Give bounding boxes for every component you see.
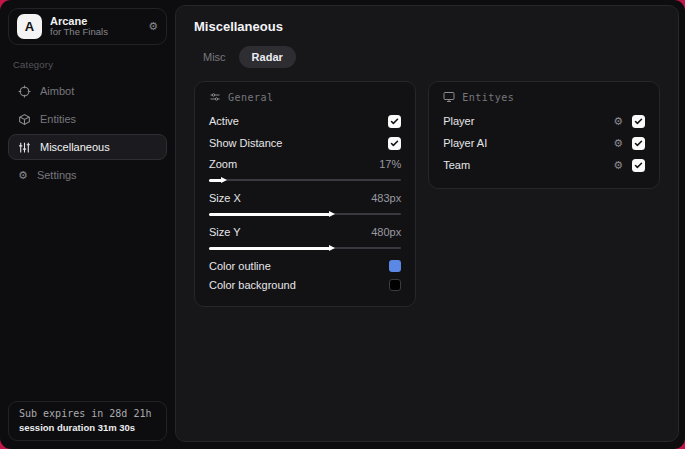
gear-icon[interactable]: ⚙ bbox=[613, 138, 623, 149]
entity-row-player: Player ⚙ bbox=[443, 110, 645, 132]
entity-row-player-ai: Player AI ⚙ bbox=[443, 132, 645, 154]
color-label: Color outline bbox=[209, 260, 271, 272]
color-background-swatch[interactable] bbox=[389, 279, 401, 291]
slider-thumb[interactable] bbox=[329, 211, 335, 217]
slider-label: Size Y bbox=[209, 226, 241, 238]
sidebar-item-label: Miscellaneous bbox=[40, 141, 110, 153]
size-x-slider[interactable] bbox=[209, 209, 401, 219]
sidebar-item-entities[interactable]: Entities bbox=[8, 106, 167, 132]
color-row-outline: Color outline bbox=[209, 256, 401, 275]
monitor-icon bbox=[443, 91, 455, 103]
entity-label: Player AI bbox=[443, 137, 487, 149]
crosshair-icon bbox=[18, 85, 31, 98]
tab-misc[interactable]: Misc bbox=[194, 46, 235, 68]
slider-group-size-y: Size Y 480px bbox=[209, 222, 401, 253]
sidebar-item-label: Aimbot bbox=[40, 85, 74, 97]
slider-thumb[interactable] bbox=[329, 245, 335, 251]
toggle-label: Show Distance bbox=[209, 137, 282, 149]
sidebar-item-label: Entities bbox=[40, 113, 76, 125]
gear-icon[interactable]: ⚙ bbox=[613, 160, 623, 171]
tab-radar[interactable]: Radar bbox=[239, 46, 296, 68]
entity-label: Player bbox=[443, 115, 474, 127]
entity-row-team: Team ⚙ bbox=[443, 154, 645, 176]
category-label: Category bbox=[13, 59, 167, 70]
size-y-slider[interactable] bbox=[209, 243, 401, 253]
toggle-row-active: Active bbox=[209, 110, 401, 132]
sidebar-item-settings[interactable]: ⚙ Settings bbox=[8, 162, 167, 188]
sidebar-item-aimbot[interactable]: Aimbot bbox=[8, 78, 167, 104]
sub-expiry-text: Sub expires in 28d 21h bbox=[19, 408, 156, 419]
slider-value: 483px bbox=[371, 192, 401, 204]
brand-subtitle: for The Finals bbox=[50, 27, 140, 38]
color-outline-swatch[interactable] bbox=[389, 260, 401, 272]
entities-header-label: Entityes bbox=[462, 92, 514, 103]
sliders-horizontal-icon bbox=[209, 91, 221, 103]
toggle-row-show-distance: Show Distance bbox=[209, 132, 401, 154]
color-label: Color background bbox=[209, 279, 296, 291]
color-row-background: Color background bbox=[209, 275, 401, 294]
slider-label: Size X bbox=[209, 192, 241, 204]
tab-bar: Misc Radar bbox=[194, 46, 660, 68]
entity-label: Team bbox=[443, 159, 470, 171]
brand-logo: A bbox=[17, 14, 42, 39]
slider-value: 480px bbox=[371, 226, 401, 238]
gear-icon: ⚙ bbox=[18, 170, 28, 181]
main-panel: Miscellaneous Misc Radar General bbox=[175, 5, 679, 442]
zoom-slider[interactable] bbox=[209, 175, 401, 185]
gear-icon[interactable]: ⚙ bbox=[613, 116, 623, 127]
slider-value: 17% bbox=[379, 158, 401, 170]
slider-thumb[interactable] bbox=[221, 177, 227, 183]
page-title: Miscellaneous bbox=[194, 19, 660, 34]
general-header-label: General bbox=[228, 92, 274, 103]
slider-group-size-x: Size X 483px bbox=[209, 188, 401, 219]
active-checkbox[interactable] bbox=[388, 115, 401, 128]
entities-card: Entityes Player ⚙ Player AI ⚙ bbox=[428, 81, 660, 189]
cube-icon bbox=[18, 113, 31, 126]
show-distance-checkbox[interactable] bbox=[388, 137, 401, 150]
sidebar-nav: Aimbot Entities Miscellaneous bbox=[8, 78, 167, 188]
sliders-vertical-icon bbox=[18, 141, 31, 154]
subscription-card: Sub expires in 28d 21h session duration … bbox=[8, 401, 167, 441]
team-checkbox[interactable] bbox=[632, 159, 645, 172]
session-duration-text: session duration 31m 30s bbox=[19, 422, 156, 433]
toggle-label: Active bbox=[209, 115, 239, 127]
general-card: General Active Show Distance Z bbox=[194, 81, 416, 307]
brand-card: A Arcane for The Finals ⚙ bbox=[8, 8, 167, 45]
slider-group-zoom: Zoom 17% bbox=[209, 154, 401, 185]
app-window: A Arcane for The Finals ⚙ Category Aimbo… bbox=[0, 0, 685, 449]
sidebar-item-label: Settings bbox=[37, 169, 77, 181]
slider-label: Zoom bbox=[209, 158, 237, 170]
player-checkbox[interactable] bbox=[632, 115, 645, 128]
sidebar: A Arcane for The Finals ⚙ Category Aimbo… bbox=[0, 0, 175, 449]
sidebar-item-miscellaneous[interactable]: Miscellaneous bbox=[8, 134, 167, 160]
gear-icon[interactable]: ⚙ bbox=[148, 21, 158, 32]
player-ai-checkbox[interactable] bbox=[632, 137, 645, 150]
